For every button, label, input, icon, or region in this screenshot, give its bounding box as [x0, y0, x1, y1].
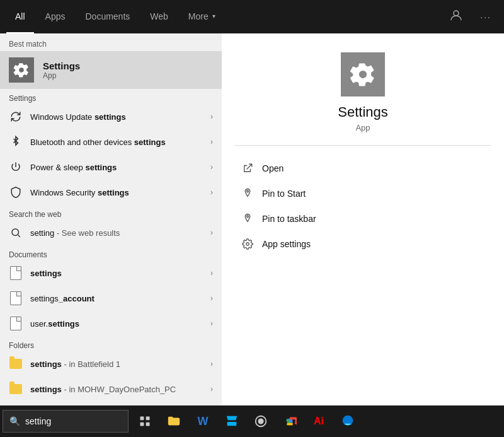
taskbar: 🔍 W: [0, 405, 504, 437]
store-button[interactable]: [218, 405, 246, 437]
doc-user-settings-item[interactable]: user.settings ›: [0, 311, 222, 336]
left-panel: Best match Settings App Settings Windo: [0, 33, 222, 405]
document-icon: [9, 266, 23, 280]
taskbar-search-input[interactable]: [25, 416, 113, 426]
folder-battlefield-item[interactable]: settings - in Battlefield 1 ›: [0, 351, 222, 376]
shield-icon: [9, 185, 23, 199]
open-icon: [241, 161, 255, 175]
app-name: Settings: [338, 104, 388, 120]
app-settings-label: App settings: [262, 239, 311, 249]
folders-label: Folders: [0, 336, 222, 351]
word-button[interactable]: W: [189, 405, 217, 437]
svg-point-2: [247, 190, 249, 192]
svg-rect-6: [146, 417, 150, 421]
best-match-subtitle: App: [43, 71, 80, 80]
app-settings-icon: [241, 237, 255, 251]
document-icon: [9, 291, 23, 305]
adobe-button[interactable]: Ai: [305, 405, 333, 437]
taskbar-icons: W Ai: [131, 405, 362, 437]
more-options-button[interactable]: ···: [474, 5, 498, 28]
chevron-icon: ›: [210, 294, 213, 303]
cortana-icon: [254, 414, 268, 428]
power-sleep-text: Power & sleep settings: [30, 163, 203, 172]
chevron-icon: ›: [210, 359, 213, 368]
chrome-icon: [283, 414, 297, 428]
svg-point-0: [454, 11, 459, 16]
app-settings-action[interactable]: App settings: [234, 231, 491, 257]
large-gear-icon: [350, 61, 376, 88]
tab-all[interactable]: All: [6, 0, 34, 33]
pin-start-action[interactable]: Pin to Start: [234, 181, 491, 206]
tab-web[interactable]: Web: [141, 0, 177, 33]
app-type: App: [355, 123, 370, 132]
gear-icon: [13, 62, 30, 78]
folder-mohw-text: settings - in MOHW_DayOnePatch_PC: [30, 385, 203, 394]
windows-security-text: Windows Security settings: [30, 188, 203, 197]
folder-mohw-item[interactable]: settings - in MOHW_DayOnePatch_PC ›: [0, 376, 222, 402]
svg-point-3: [247, 216, 249, 218]
file-explorer-icon: [167, 414, 181, 428]
pin-start-icon: [241, 187, 255, 201]
right-panel: Settings App Open: [222, 33, 504, 405]
edge-button[interactable]: [334, 405, 362, 437]
doc-settings-text: settings: [30, 269, 203, 278]
cortana-button[interactable]: [247, 405, 275, 437]
bluetooth-settings-item[interactable]: Bluetooth and other devices settings ›: [0, 129, 222, 154]
svg-point-10: [258, 418, 263, 424]
doc-settings-account-text: settings_account: [30, 294, 203, 303]
user-icon: [450, 9, 462, 21]
open-action[interactable]: Open: [234, 156, 491, 181]
chevron-icon: ›: [210, 137, 213, 146]
chevron-down-icon: ▾: [212, 13, 215, 20]
tab-more[interactable]: More ▾: [180, 0, 224, 33]
doc-user-settings-text: user.settings: [30, 319, 203, 329]
chevron-icon: ›: [210, 228, 213, 237]
folder-icon: [9, 357, 23, 371]
best-match-label: Best match: [0, 33, 222, 51]
app-icon-large: [341, 52, 385, 96]
edge-icon: [341, 414, 355, 428]
chevron-icon: ›: [210, 112, 213, 121]
bluetooth-text: Bluetooth and other devices settings: [30, 137, 203, 147]
folder-icon: [9, 382, 23, 396]
divider: [234, 145, 491, 146]
tab-apps[interactable]: Apps: [37, 0, 74, 33]
web-search-item[interactable]: setting - See web results ›: [0, 220, 222, 245]
search-web-label: Search the web: [0, 205, 222, 220]
chevron-icon: ›: [210, 269, 213, 277]
best-match-item[interactable]: Settings App: [0, 51, 222, 89]
svg-rect-5: [140, 417, 144, 421]
document-icon: [9, 317, 23, 330]
chevron-icon: ›: [210, 188, 213, 197]
pin-taskbar-action[interactable]: Pin to taskbar: [234, 206, 491, 231]
chrome-button[interactable]: [276, 405, 304, 437]
nav-right-icons: ···: [444, 5, 498, 28]
svg-point-1: [12, 229, 19, 236]
settings-section-label: Settings: [0, 89, 222, 104]
windows-security-settings-item[interactable]: Windows Security settings ›: [0, 180, 222, 205]
taskbar-search-icon: 🔍: [9, 416, 20, 426]
power-sleep-settings-item[interactable]: Power & sleep settings ›: [0, 154, 222, 180]
pin-taskbar-label: Pin to taskbar: [262, 214, 316, 224]
tab-documents[interactable]: Documents: [76, 0, 139, 33]
web-search-text: setting - See web results: [30, 228, 203, 238]
pin-start-label: Pin to Start: [262, 189, 306, 199]
task-view-icon: [139, 415, 151, 428]
taskbar-search[interactable]: 🔍: [3, 410, 129, 433]
task-view-button[interactable]: [131, 405, 159, 437]
folder-battlefield-text: settings - in Battlefield 1: [30, 359, 203, 369]
main-container: Best match Settings App Settings Windo: [0, 33, 504, 405]
store-icon: [225, 414, 239, 428]
doc-settings-item[interactable]: settings ›: [0, 260, 222, 286]
svg-rect-7: [140, 422, 144, 426]
settings-app-icon: [9, 57, 34, 83]
documents-label: Documents: [0, 245, 222, 260]
user-icon-button[interactable]: [444, 5, 469, 28]
pin-taskbar-icon: [241, 212, 255, 226]
search-icon: [9, 226, 23, 240]
windows-update-settings-item[interactable]: Windows Update settings ›: [0, 104, 222, 129]
file-explorer-button[interactable]: [160, 405, 188, 437]
doc-settings-account-item[interactable]: settings_account ›: [0, 286, 222, 311]
open-label: Open: [262, 163, 284, 173]
chevron-icon: ›: [210, 319, 213, 328]
